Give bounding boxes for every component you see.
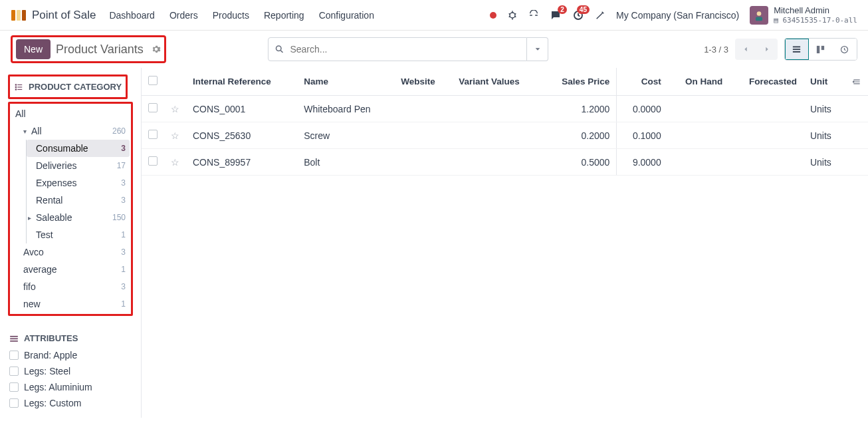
category-fifo[interactable]: fifo3: [11, 278, 130, 295]
cell-variant: [452, 149, 542, 176]
sidebar: PRODUCT CATEGORY All ▾ All 260 Consumabl…: [0, 68, 141, 418]
cell-cost: 0.1000: [617, 122, 668, 149]
nav-configuration[interactable]: Configuration: [319, 10, 374, 21]
cell-website: [394, 96, 452, 122]
category-saleable[interactable]: ▸ Saleable150: [27, 209, 130, 226]
cell-variant: [452, 96, 542, 122]
messages-icon[interactable]: 2: [550, 9, 562, 21]
breadcrumb: Product Variants: [56, 43, 144, 57]
row-checkbox[interactable]: [148, 130, 158, 139]
category-consumable[interactable]: Consumable3: [27, 140, 130, 157]
category-test[interactable]: Test1: [27, 226, 130, 243]
table-row[interactable]: ☆CONS_89957Bolt0.50009.0000Units: [142, 149, 868, 176]
attr-legs-steel[interactable]: Legs: Steel: [8, 363, 133, 379]
nav-orders[interactable]: Orders: [169, 10, 198, 21]
nav-reporting[interactable]: Reporting: [264, 10, 304, 21]
bug-icon[interactable]: [507, 10, 518, 21]
search-input[interactable]: [268, 37, 527, 61]
category-rental[interactable]: Rental3: [27, 192, 130, 209]
col-on-hand[interactable]: On Hand: [668, 68, 730, 96]
svg-rect-20: [17, 88, 22, 89]
star-icon[interactable]: ☆: [171, 130, 179, 141]
prev-page-button[interactable]: [735, 39, 756, 60]
activity-icon[interactable]: 45: [572, 9, 584, 21]
category-deliveries[interactable]: Deliveries17: [27, 157, 130, 174]
star-icon[interactable]: ☆: [171, 104, 179, 114]
svg-rect-22: [10, 338, 18, 339]
user-menu[interactable]: Mitchell Admin ▤ 63451535-17-0-all: [750, 5, 857, 25]
tools-icon[interactable]: [595, 10, 605, 21]
activity-view-button[interactable]: [833, 39, 857, 60]
category-all-root[interactable]: All: [11, 105, 130, 122]
col-variant-values[interactable]: Variant Values: [452, 68, 542, 96]
company-selector[interactable]: My Company (San Francisco): [616, 10, 739, 21]
list-icon: [14, 82, 23, 92]
svg-point-24: [853, 81, 854, 82]
next-page-button[interactable]: [756, 39, 778, 60]
row-checkbox[interactable]: [148, 156, 158, 166]
cell-cost: 0.0000: [617, 96, 668, 122]
attributes-header: ATTRIBUTES: [8, 329, 133, 347]
cell-name: Bolt: [297, 149, 394, 176]
cell-forecast: [729, 149, 804, 176]
category-average[interactable]: average1: [11, 261, 130, 278]
row-checkbox[interactable]: [148, 103, 158, 112]
nav-dashboard[interactable]: Dashboard: [109, 10, 155, 21]
kanban-view-button[interactable]: [809, 39, 833, 60]
caret-right-icon[interactable]: ▸: [28, 214, 35, 221]
select-all-checkbox[interactable]: [148, 76, 158, 85]
col-name[interactable]: Name: [297, 68, 394, 96]
column-options-icon[interactable]: [845, 68, 868, 96]
support-icon[interactable]: [528, 10, 539, 21]
attr-legs-custom[interactable]: Legs: Custom: [8, 395, 133, 411]
search-dropdown-toggle[interactable]: [527, 37, 548, 61]
list-view-button[interactable]: [785, 39, 809, 60]
svg-rect-23: [10, 340, 18, 341]
cell-unit: Units: [804, 149, 845, 176]
cell-ref: CONS_0001: [186, 96, 297, 122]
cell-onhand: [668, 149, 730, 176]
col-forecasted[interactable]: Forecasted: [729, 68, 804, 96]
main-nav: Dashboard Orders Products Reporting Conf…: [109, 10, 374, 21]
table-row[interactable]: ☆CONS_25630Screw0.20000.1000Units: [142, 122, 868, 149]
cell-onhand: [668, 122, 730, 149]
app-logo-icon[interactable]: [11, 7, 27, 23]
svg-rect-11: [793, 51, 800, 53]
control-bar: New Product Variants 1-3 / 3: [0, 31, 868, 68]
category-expenses[interactable]: Expenses3: [27, 174, 130, 192]
attr-legs-aluminium[interactable]: Legs: Aluminium: [8, 379, 133, 395]
svg-rect-7: [756, 17, 762, 21]
cell-forecast: [729, 122, 804, 149]
svg-point-8: [276, 46, 282, 51]
category-new[interactable]: new1: [11, 295, 130, 313]
new-button[interactable]: New: [16, 39, 51, 59]
caret-down-icon[interactable]: ▾: [23, 128, 30, 135]
cell-price: 0.2000: [542, 122, 617, 149]
product-table: Internal Reference Name Website Variant …: [142, 68, 868, 176]
col-website[interactable]: Website: [394, 68, 452, 96]
user-name: Mitchell Admin: [774, 5, 857, 16]
category-all[interactable]: ▾ All 260: [11, 122, 130, 140]
pager-text[interactable]: 1-3 / 3: [704, 45, 728, 55]
svg-rect-15: [15, 84, 17, 85]
svg-rect-2: [22, 10, 26, 21]
col-unit[interactable]: Unit: [804, 68, 845, 96]
attr-brand-apple[interactable]: Brand: Apple: [8, 347, 133, 363]
category-avco[interactable]: Avco3: [11, 243, 130, 261]
svg-rect-16: [17, 84, 22, 84]
cell-variant: [452, 122, 542, 149]
col-sales-price[interactable]: Sales Price: [542, 68, 617, 96]
svg-rect-0: [11, 10, 15, 21]
svg-rect-17: [15, 86, 17, 87]
star-icon[interactable]: ☆: [171, 157, 179, 168]
top-navbar: Point of Sale Dashboard Orders Products …: [0, 0, 868, 31]
gear-icon[interactable]: [152, 45, 161, 54]
col-cost[interactable]: Cost: [617, 68, 668, 96]
app-name[interactable]: Point of Sale: [32, 9, 96, 22]
record-indicator-icon[interactable]: [490, 12, 496, 19]
svg-rect-19: [15, 88, 17, 90]
nav-products[interactable]: Products: [213, 10, 249, 21]
col-internal-reference[interactable]: Internal Reference: [186, 68, 297, 96]
table-row[interactable]: ☆CONS_0001Whiteboard Pen1.20000.0000Unit…: [142, 96, 868, 122]
cell-price: 1.2000: [542, 96, 617, 122]
